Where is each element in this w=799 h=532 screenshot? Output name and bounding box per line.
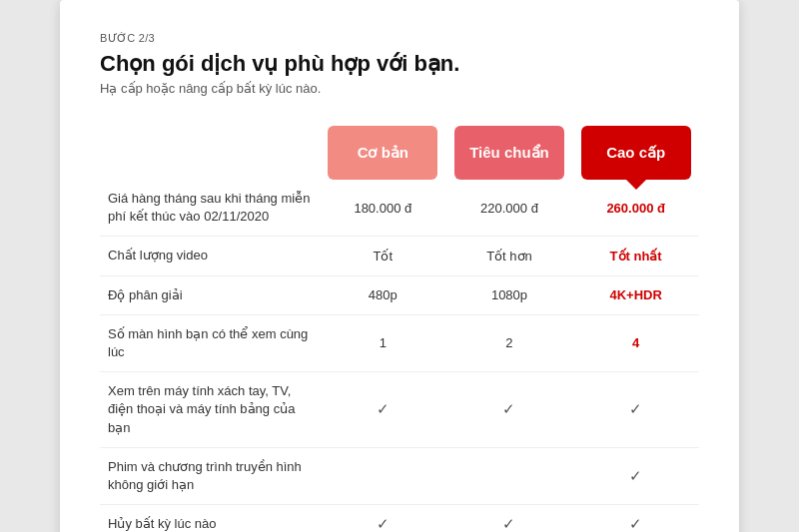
unlimited-standard-empty xyxy=(446,447,573,504)
screens-premium: 4 xyxy=(572,314,699,371)
devices-basic-check: ✓ xyxy=(377,400,390,417)
table-row-devices: Xem trên máy tính xách tay, TV, điện tho… xyxy=(100,372,699,448)
page-subtitle: Hạ cấp hoặc nâng cấp bất kỳ lúc nào. xyxy=(100,81,699,96)
quality-label: Chất lượng video xyxy=(108,248,208,263)
screens-basic: 1 xyxy=(320,314,446,371)
resolution-basic: 480p xyxy=(320,275,446,314)
unlimited-label: Phim và chương trình truyền hình không g… xyxy=(108,459,302,492)
resolution-standard: 1080p xyxy=(446,275,573,314)
price-basic: 180.000 đ xyxy=(320,180,446,237)
quality-standard: Tốt hơn xyxy=(446,237,573,275)
table-row-resolution: Độ phân giải 480p 1080p 4K+HDR xyxy=(100,275,699,314)
devices-label: Xem trên máy tính xách tay, TV, điện tho… xyxy=(108,383,295,434)
plans-table: Cơ bản Tiêu chuẩn Cao cấp Giá hàng tháng… xyxy=(100,116,699,532)
devices-premium-check: ✓ xyxy=(629,400,642,417)
table-row-unlimited: Phim và chương trình truyền hình không g… xyxy=(100,447,699,504)
cancel-label: Hủy bất kỳ lúc nào xyxy=(108,516,217,531)
devices-standard-check: ✓ xyxy=(502,400,515,417)
price-standard: 220.000 đ xyxy=(446,180,573,237)
screens-label: Số màn hình bạn có thể xem cùng lúc xyxy=(108,326,308,359)
plan-standard-header[interactable]: Tiêu chuẩn xyxy=(446,116,573,180)
main-card: BƯỚC 2/3 Chọn gói dịch vụ phù hợp với bạ… xyxy=(60,0,739,532)
table-row-price: Giá hàng tháng sau khi tháng miễn phí kế… xyxy=(100,180,699,237)
resolution-premium: 4K+HDR xyxy=(572,275,699,314)
unlimited-basic-empty xyxy=(320,447,446,504)
page-title: Chọn gói dịch vụ phù hợp với bạn. xyxy=(100,51,699,77)
price-label: Giá hàng tháng sau khi tháng miễn phí kế… xyxy=(108,191,310,224)
plan-basic-header[interactable]: Cơ bản xyxy=(320,116,446,180)
plan-standard-box[interactable]: Tiêu chuẩn xyxy=(454,126,564,180)
table-row-cancel: Hủy bất kỳ lúc nào ✓ ✓ ✓ xyxy=(100,505,699,532)
plan-premium-header[interactable]: Cao cấp xyxy=(572,116,699,180)
plan-premium-box[interactable]: Cao cấp xyxy=(581,126,691,180)
resolution-label: Độ phân giải xyxy=(108,287,183,302)
unlimited-premium-check: ✓ xyxy=(629,467,642,484)
table-row-quality: Chất lượng video Tốt Tốt hơn Tốt nhất xyxy=(100,237,699,275)
plan-basic-box[interactable]: Cơ bản xyxy=(328,126,437,180)
cancel-basic-check: ✓ xyxy=(377,515,390,532)
cancel-premium-check: ✓ xyxy=(629,515,642,532)
quality-premium: Tốt nhất xyxy=(572,237,699,275)
cancel-standard-check: ✓ xyxy=(502,515,515,532)
step-label: BƯỚC 2/3 xyxy=(100,32,699,45)
quality-basic: Tốt xyxy=(320,237,446,275)
table-row-screens: Số màn hình bạn có thể xem cùng lúc 1 2 … xyxy=(100,314,699,371)
screens-standard: 2 xyxy=(446,314,573,371)
